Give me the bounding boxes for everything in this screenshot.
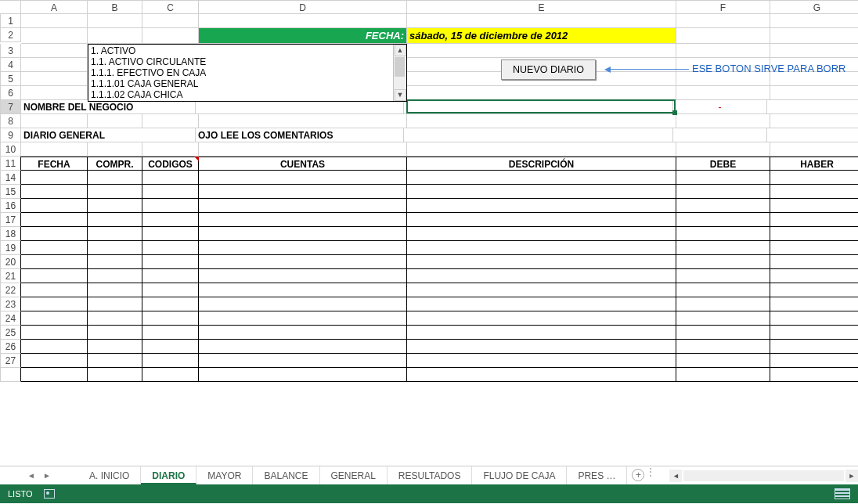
table-cell[interactable] <box>676 354 770 368</box>
cell[interactable] <box>88 142 142 157</box>
row-head-4[interactable]: 4 <box>0 58 21 72</box>
table-cell[interactable] <box>142 199 199 213</box>
table-cell[interactable] <box>88 241 142 255</box>
table-cell[interactable] <box>21 283 88 297</box>
table-cell[interactable] <box>21 368 88 382</box>
table-cell[interactable] <box>199 297 407 311</box>
table-cell[interactable] <box>199 199 407 213</box>
dropdown-item[interactable]: 1.1. ACTIVO CIRCULANTE <box>91 56 391 67</box>
row-head-16[interactable]: 16 <box>0 199 21 213</box>
cell[interactable] <box>21 142 88 157</box>
table-cell[interactable] <box>770 354 858 368</box>
cell[interactable] <box>676 44 770 58</box>
table-cell[interactable] <box>676 227 770 241</box>
table-cell[interactable] <box>676 185 770 199</box>
hscroll-right-icon[interactable]: ► <box>845 470 858 482</box>
tab-nav-first-icon[interactable]: ◄ <box>27 471 35 480</box>
table-cell[interactable] <box>21 185 88 199</box>
table-cell[interactable] <box>770 368 858 382</box>
cell[interactable] <box>88 114 142 128</box>
cell[interactable] <box>21 114 88 128</box>
cell[interactable] <box>199 114 407 128</box>
table-cell[interactable] <box>88 283 142 297</box>
table-cell[interactable] <box>88 227 142 241</box>
row-head-19[interactable]: 19 <box>0 241 21 255</box>
table-cell[interactable] <box>142 283 199 297</box>
cell[interactable] <box>770 28 858 44</box>
cell[interactable] <box>404 100 673 114</box>
nombre-negocio-label[interactable]: NOMBRE DEL NEGOCIO <box>21 100 196 114</box>
table-cell[interactable] <box>21 326 88 340</box>
cell[interactable] <box>676 86 770 100</box>
cell[interactable] <box>770 14 858 28</box>
table-cell[interactable] <box>676 171 770 185</box>
cell[interactable] <box>199 142 407 157</box>
fecha-value-cell[interactable]: sábado, 15 de diciembre de 2012 <box>407 28 676 44</box>
row-head-20[interactable]: 20 <box>0 255 21 269</box>
sheet-tab[interactable]: A. INICIO <box>78 466 141 484</box>
cell[interactable] <box>767 100 858 114</box>
dropdown-item[interactable]: 1.1.1.01 CAJA GENERAL <box>91 78 391 89</box>
cell[interactable] <box>21 86 88 100</box>
row-head-15[interactable]: 15 <box>0 185 21 199</box>
table-cell[interactable] <box>21 213 88 227</box>
table-cell[interactable] <box>199 340 407 354</box>
table-cell[interactable] <box>88 255 142 269</box>
add-sheet-button[interactable]: + <box>627 466 646 484</box>
cell[interactable] <box>770 114 858 128</box>
cell[interactable] <box>142 14 199 28</box>
dropdown-item[interactable]: 1.1.1. EFECTIVO EN CAJA <box>91 67 391 78</box>
cell[interactable] <box>196 100 404 114</box>
table-cell[interactable] <box>199 283 407 297</box>
table-cell[interactable] <box>199 227 407 241</box>
table-cell[interactable] <box>21 354 88 368</box>
table-cell[interactable] <box>407 368 676 382</box>
table-cell[interactable] <box>407 199 676 213</box>
table-cell[interactable] <box>88 368 142 382</box>
cell[interactable] <box>142 114 199 128</box>
table-cell[interactable] <box>142 311 199 326</box>
table-cell[interactable] <box>770 283 858 297</box>
table-cell[interactable] <box>88 297 142 311</box>
table-cell[interactable] <box>142 241 199 255</box>
cell[interactable] <box>407 44 676 58</box>
hscroll-left-icon[interactable]: ◄ <box>669 470 682 482</box>
table-cell[interactable] <box>88 171 142 185</box>
table-cell[interactable] <box>21 171 88 185</box>
dropdown-item[interactable]: 1. ACTIVO <box>91 45 391 56</box>
table-cell[interactable] <box>199 354 407 368</box>
table-cell[interactable] <box>770 311 858 326</box>
tab-nav-next-icon[interactable]: ► <box>43 471 51 480</box>
row-head-26[interactable]: 26 <box>0 340 21 354</box>
table-cell[interactable] <box>21 269 88 283</box>
tabs-nav[interactable]: ◄ ► <box>0 466 78 484</box>
th-codigos[interactable]: CODIGOS <box>142 157 199 171</box>
row-head-8[interactable]: 8 <box>0 114 21 128</box>
row-head-14[interactable]: 14 <box>0 171 21 185</box>
cell[interactable] <box>21 28 88 44</box>
table-cell[interactable] <box>770 326 858 340</box>
col-head-B[interactable]: B <box>88 0 142 14</box>
col-head-A[interactable]: A <box>21 0 88 14</box>
cell[interactable] <box>88 28 142 44</box>
row-head-27[interactable]: 27 <box>0 354 21 368</box>
cell[interactable] <box>404 128 673 142</box>
cell[interactable] <box>770 142 858 157</box>
sheet-tab[interactable]: GENERAL <box>320 466 388 484</box>
table-cell[interactable] <box>407 227 676 241</box>
table-cell[interactable] <box>88 199 142 213</box>
table-cell[interactable] <box>407 297 676 311</box>
scroll-up-icon[interactable]: ▲ <box>395 45 406 56</box>
hscroll-track[interactable] <box>683 470 844 481</box>
table-cell[interactable] <box>142 255 199 269</box>
table-cell[interactable] <box>88 269 142 283</box>
col-head-E[interactable]: E <box>407 0 676 14</box>
table-cell[interactable] <box>88 326 142 340</box>
table-cell[interactable] <box>770 269 858 283</box>
table-cell[interactable] <box>676 213 770 227</box>
sheet-tab[interactable]: PRES … <box>567 466 627 484</box>
row-head-25[interactable]: 25 <box>0 326 21 340</box>
th-debe[interactable]: DEBE <box>676 157 770 171</box>
table-cell[interactable] <box>407 171 676 185</box>
sheet-tab[interactable]: BALANCE <box>253 466 319 484</box>
